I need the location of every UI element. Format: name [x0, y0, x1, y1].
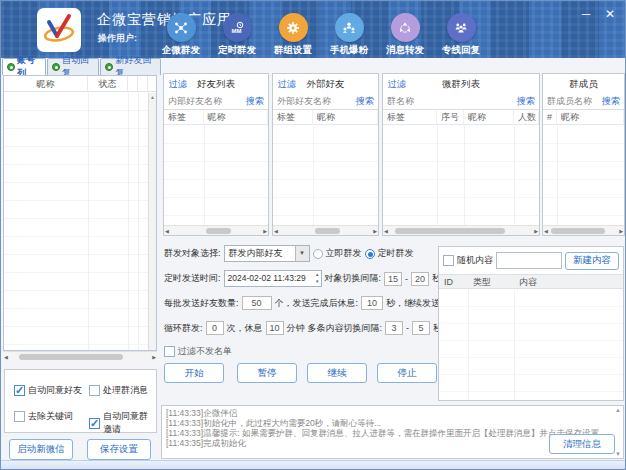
multi-max-input[interactable]: 5 — [412, 321, 430, 335]
content-input[interactable] — [496, 252, 562, 269]
list-hscrollbar[interactable]: ◀ ▶ — [273, 225, 378, 235]
tab-new-friend-reply[interactable]: 新好友回复 — [100, 58, 161, 75]
search-field-label[interactable]: 群名称 — [387, 95, 414, 108]
checkbox-icon[interactable] — [14, 411, 25, 422]
radio-timed-send[interactable] — [365, 249, 375, 259]
send-time-row: 定时发送时间: 2024-02-02 11:43:29 ▲▼ 对象切换间隔: 1… — [164, 270, 441, 287]
checkbox-icon[interactable] — [89, 418, 100, 429]
scroll-left-icon[interactable]: ◀ — [544, 228, 548, 234]
checkbox-icon[interactable] — [164, 346, 175, 357]
account-table-vscrollbar[interactable]: ▲ — [148, 93, 156, 350]
radio-immediate-label[interactable]: 立即群发 — [326, 247, 362, 260]
scrollbar-thumb[interactable] — [315, 228, 340, 234]
search-field-label[interactable]: 群成员名称 — [547, 95, 592, 108]
option-handle-group-msg[interactable]: 处理群消息 — [89, 384, 148, 397]
search-link[interactable]: 搜索 — [356, 95, 374, 108]
scroll-right-icon[interactable]: ▶ — [263, 228, 267, 234]
list-body[interactable] — [383, 126, 539, 225]
green-status-icon — [105, 63, 113, 71]
radio-immediate-send[interactable] — [313, 249, 323, 259]
column-nickname: 昵称 — [4, 76, 88, 91]
panel-friend-list: 过滤好友列表 内部好友名称搜索 标签昵称 ◀ ▶ — [163, 73, 269, 236]
scroll-right-icon[interactable]: ▶ — [373, 228, 377, 234]
checkbox-icon[interactable] — [443, 255, 454, 266]
tab-account-list[interactable]: 账号列 — [2, 58, 46, 75]
batch-rest-input[interactable]: 10 — [361, 296, 383, 310]
random-content-label[interactable]: 随机内容 — [457, 254, 493, 267]
pause-button[interactable]: 暂停 — [237, 363, 297, 383]
checkbox-icon[interactable] — [14, 385, 25, 396]
log-panel: [11:43:33]企微伴侣 [11:43:33]初始化中，此过程大约需要20秒… — [161, 405, 624, 459]
panel-title: 好友列表 — [164, 78, 268, 91]
scrollbar-thumb[interactable] — [19, 354, 123, 360]
interval-max-input[interactable]: 20 — [411, 272, 429, 286]
scrollbar-thumb[interactable] — [395, 228, 504, 234]
chevron-down-icon[interactable]: ▼ — [295, 246, 309, 261]
recycle-icon — [391, 13, 420, 42]
scroll-right-icon[interactable]: ▶ — [534, 228, 538, 234]
toolbar-item-qiwei-qunfa[interactable]: 企微群发 — [152, 13, 210, 57]
scroll-left-icon[interactable]: ◀ — [4, 354, 8, 360]
save-settings-button[interactable]: 保存设置 — [87, 439, 151, 460]
start-button[interactable]: 开始 — [164, 363, 224, 383]
toolbar-item-zhuanxian-huifu[interactable]: 专线回复 — [432, 13, 490, 57]
scroll-right-icon[interactable]: ▶ — [619, 228, 623, 234]
content-table-body[interactable] — [439, 290, 623, 400]
panel-title: 微群列表 — [383, 78, 539, 91]
close-button[interactable]: ✕ — [601, 5, 619, 23]
stop-button[interactable]: 停止 — [377, 363, 437, 383]
scrollbar-thumb[interactable] — [206, 228, 231, 234]
option-remove-keywords[interactable]: 去除关键词 — [14, 410, 73, 423]
list-hscrollbar[interactable]: ◀ ▶ — [383, 225, 539, 235]
toolbar-item-dingshi-qunfa[interactable]: MM 定时群发 — [208, 13, 266, 57]
search-link[interactable]: 搜索 — [517, 95, 535, 108]
tab-auto-reply[interactable]: 自动回复 — [47, 58, 99, 75]
scroll-up-icon[interactable]: ▲ — [615, 407, 621, 413]
interval-min-input[interactable]: 15 — [384, 272, 402, 286]
search-field-label[interactable]: 外部好友名称 — [277, 95, 331, 108]
toolbar-item-shouji-baofen[interactable]: 手机爆粉 — [320, 13, 378, 57]
operator-label: 操作用户: — [98, 32, 137, 45]
svg-text:MM: MM — [232, 28, 242, 34]
checkbox-icon[interactable] — [89, 385, 100, 396]
list-body[interactable] — [543, 126, 624, 225]
list-body[interactable] — [164, 126, 268, 225]
panel-title: 外部好友 — [273, 78, 378, 91]
search-field-label[interactable]: 内部好友名称 — [168, 95, 222, 108]
toolbar-item-xiaoxi-zhuanfa[interactable]: 消息转发 — [376, 13, 434, 57]
list-hscrollbar[interactable]: ◀ ▶ — [543, 225, 624, 235]
send-time-spinner[interactable]: 2024-02-02 11:43:29 ▲▼ — [224, 270, 322, 287]
scroll-down-icon[interactable]: ▼ — [615, 451, 621, 457]
scroll-left-icon[interactable]: ◀ — [165, 228, 169, 234]
loop-count-input[interactable]: 0 — [206, 321, 224, 335]
new-content-button[interactable]: 新建内容 — [565, 252, 619, 270]
radio-timed-label[interactable]: 定时群发 — [378, 247, 414, 260]
batch-count-input[interactable]: 50 — [242, 296, 272, 310]
list-hscrollbar[interactable]: ◀ ▶ — [164, 225, 268, 235]
multi-interval-label: 多条内容切换间隔: — [308, 322, 383, 335]
spinner-arrows-icon[interactable]: ▲▼ — [315, 271, 319, 285]
scroll-right-icon[interactable]: ▶ — [152, 354, 156, 360]
search-link[interactable]: 搜索 — [246, 95, 264, 108]
scroll-left-icon[interactable]: ◀ — [384, 228, 388, 234]
continue-button[interactable]: 继续 — [307, 363, 367, 383]
list-body[interactable] — [273, 126, 378, 225]
send-target-dropdown[interactable]: 群发内部好友 ▼ — [224, 245, 310, 262]
option-auto-accept-group-invite[interactable]: 自动同意群邀请 — [89, 410, 156, 436]
option-auto-accept-friend[interactable]: 自动同意好友 — [14, 384, 82, 397]
clear-log-button[interactable]: 清理信息 — [549, 434, 615, 454]
account-table-body[interactable] — [4, 93, 148, 350]
multi-min-input[interactable]: 3 — [385, 321, 403, 335]
search-link[interactable]: 搜索 — [602, 95, 620, 108]
loop-rest-input[interactable]: 10 — [266, 321, 284, 335]
skip-list-label[interactable]: 过滤不发名单 — [178, 345, 232, 358]
toolbar-item-qunzu-shezhi[interactable]: 群组设置 — [264, 13, 322, 57]
minimize-button[interactable]: ─ — [577, 5, 595, 23]
panel-group-list: 过滤微群列表 群名称搜索 标签序号昵称人数 ◀ ▶ — [382, 73, 540, 236]
gear-icon — [279, 13, 308, 42]
panel-external-friends: 过滤外部好友 外部好友名称搜索 标签昵称 ◀ ▶ — [272, 73, 379, 236]
start-new-wechat-button[interactable]: 启动新微信 — [9, 439, 73, 460]
account-table-hscrollbar[interactable]: ◀ ▶ — [3, 351, 157, 361]
scrollbar-thumb[interactable] — [551, 228, 604, 234]
scroll-left-icon[interactable]: ◀ — [274, 228, 278, 234]
